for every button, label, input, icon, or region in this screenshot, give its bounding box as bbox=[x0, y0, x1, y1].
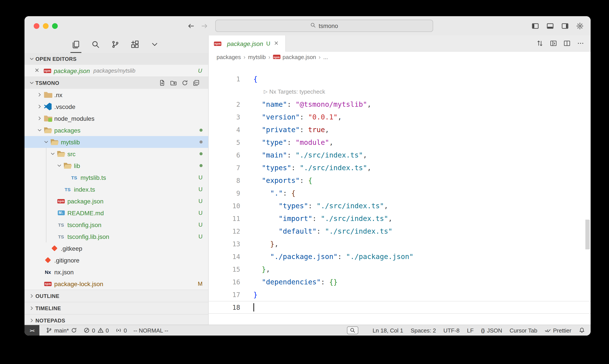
code-line[interactable]: 17} bbox=[209, 288, 591, 301]
indentation-status[interactable]: Spaces: 2 bbox=[411, 327, 436, 334]
tree-item-.vscode[interactable]: .vscode bbox=[25, 101, 208, 112]
panel-right-button[interactable] bbox=[561, 22, 569, 29]
code-text: { bbox=[240, 75, 258, 83]
tree-item-.nx[interactable]: .nx bbox=[25, 89, 208, 101]
tree-item-mytslib[interactable]: mytslib bbox=[25, 136, 208, 148]
code-line[interactable]: 13 }, bbox=[209, 238, 591, 250]
close-editor-icon[interactable] bbox=[34, 67, 41, 74]
formatter-status[interactable]: Prettier bbox=[545, 327, 571, 334]
command-search-box[interactable]: tsmono bbox=[215, 20, 433, 32]
breadcrumb-item[interactable]: npmpackage.json bbox=[273, 53, 316, 60]
code-line[interactable]: 18 bbox=[209, 301, 591, 314]
compare-icon bbox=[536, 40, 543, 47]
tree-item-index.ts[interactable]: TSindex.tsU bbox=[25, 183, 208, 195]
encoding-status[interactable]: UTF-8 bbox=[443, 327, 460, 334]
panel-left-icon bbox=[531, 22, 539, 29]
codelens-line[interactable]: ▷Nx Targets: typecheck bbox=[209, 85, 591, 98]
code-line[interactable]: 9 ".": { bbox=[209, 187, 591, 199]
open-editors-header[interactable]: OPEN EDITORS bbox=[25, 53, 208, 65]
language-status[interactable]: {}JSON bbox=[481, 327, 502, 334]
code-line[interactable]: 11 "import": "./src/index.ts", bbox=[209, 212, 591, 225]
code-line[interactable]: 16 "dependencies": {} bbox=[209, 276, 591, 288]
tree-item-.gitignore[interactable]: .gitignore bbox=[25, 254, 208, 266]
tree-item-package.json[interactable]: npmpackage.jsonU bbox=[25, 195, 208, 207]
tree-item-node_modules[interactable]: node_modules bbox=[25, 112, 208, 124]
close-window-button[interactable] bbox=[34, 23, 39, 29]
tree-item-mytslib.ts[interactable]: TSmytslib.tsU bbox=[25, 171, 208, 183]
explorer-header[interactable]: TSMONO bbox=[25, 77, 208, 89]
search-icon bbox=[91, 40, 100, 48]
eol-status[interactable]: LF bbox=[467, 327, 474, 334]
changes-dot-badge bbox=[199, 141, 203, 143]
code-line[interactable]: 1{ bbox=[209, 73, 591, 85]
activity-search-button[interactable] bbox=[91, 40, 100, 48]
breadcrumb-item[interactable]: packages bbox=[217, 53, 241, 60]
code-line[interactable]: 12 "default": "./src/index.ts" bbox=[209, 225, 591, 238]
code-line[interactable]: 4 "private": true, bbox=[209, 123, 591, 136]
tree-item-lib[interactable]: lib bbox=[25, 160, 208, 171]
code-line[interactable]: 6 "main": "./src/index.ts", bbox=[209, 149, 591, 161]
tree-item-nx.json[interactable]: Nxnx.json bbox=[25, 266, 208, 278]
remote-indicator[interactable]: >< bbox=[25, 325, 39, 336]
panel-notepads[interactable]: NOTEPADS bbox=[25, 314, 208, 325]
cursor-tab-status[interactable]: Cursor Tab bbox=[510, 327, 537, 334]
code-text: "exports": { bbox=[240, 176, 312, 185]
tree-item-README.md[interactable]: M↓README.mdU bbox=[25, 207, 208, 219]
sidebar: OPEN EDITORS npm package.json packages/m… bbox=[25, 35, 209, 325]
code-line[interactable]: 2 "name": "@tsmono/mytslib", bbox=[209, 98, 591, 111]
tree-item-packages[interactable]: packages bbox=[25, 124, 208, 136]
cursor-position-status[interactable]: Ln 18, Col 1 bbox=[373, 327, 403, 334]
tab-package-json[interactable]: npm package.json U bbox=[209, 35, 286, 52]
panel-timeline[interactable]: TIMELINE bbox=[25, 302, 208, 314]
open-editor-item[interactable]: npm package.json packages/mytslib U bbox=[25, 65, 208, 77]
tree-item-tsconfig.json[interactable]: TStsconfig.jsonU bbox=[25, 219, 208, 231]
problems-status[interactable]: 00 bbox=[84, 327, 109, 334]
panel-left-button[interactable] bbox=[531, 22, 539, 29]
notifications-bell[interactable] bbox=[579, 327, 585, 333]
tree-item-src[interactable]: src bbox=[25, 148, 208, 160]
compare-button[interactable] bbox=[536, 40, 543, 47]
gear-button[interactable] bbox=[576, 22, 584, 29]
code-line[interactable]: 8 "exports": { bbox=[209, 174, 591, 187]
new-file-button[interactable] bbox=[159, 80, 165, 86]
more-button[interactable] bbox=[577, 40, 584, 47]
refresh-button[interactable] bbox=[181, 80, 188, 86]
branch-status[interactable]: main* bbox=[46, 327, 77, 334]
chevron-down-icon bbox=[56, 163, 63, 169]
tree-item-.gitkeep[interactable]: .gitkeep bbox=[25, 242, 208, 254]
zoom-window-button[interactable] bbox=[52, 23, 58, 29]
open-preview-button[interactable] bbox=[550, 40, 557, 47]
breadcrumb-item[interactable]: mytslib bbox=[248, 53, 266, 60]
activity-chevron-down-button[interactable] bbox=[151, 40, 159, 48]
code-line[interactable]: 10 "types": "./src/index.ts", bbox=[209, 199, 591, 212]
breadcrumb-item[interactable]: ... bbox=[323, 53, 328, 60]
code-line[interactable]: 5 "type": "module", bbox=[209, 136, 591, 149]
editor-scrollbar[interactable] bbox=[585, 220, 590, 249]
split-editor-button[interactable] bbox=[563, 40, 570, 47]
tree-item-package-lock.json[interactable]: npmpackage-lock.jsonM bbox=[25, 278, 208, 290]
collapse-all-button[interactable] bbox=[193, 80, 199, 86]
activity-extensions-button[interactable] bbox=[131, 40, 139, 48]
code-line[interactable]: 15 }, bbox=[209, 263, 591, 276]
codelens-run-icon[interactable]: ▷ bbox=[264, 89, 268, 94]
back-arrow-icon[interactable] bbox=[187, 22, 195, 29]
code-line[interactable]: 7 "types": "./src/index.ts", bbox=[209, 161, 591, 174]
code-editor[interactable]: 1{▷Nx Targets: typecheck2 "name": "@tsmo… bbox=[209, 62, 591, 325]
panel-outline[interactable]: OUTLINE bbox=[25, 290, 208, 302]
code-line[interactable]: 14 "./package.json": "./package.json" bbox=[209, 250, 591, 263]
activity-source-control-button[interactable] bbox=[111, 40, 119, 48]
zoom-status[interactable] bbox=[347, 326, 358, 334]
vim-mode-status[interactable]: -- NORMAL -- bbox=[133, 327, 168, 334]
forward-arrow-icon[interactable] bbox=[201, 22, 208, 29]
close-tab-icon[interactable] bbox=[273, 40, 280, 47]
minimize-window-button[interactable] bbox=[43, 23, 49, 29]
search-text: tsmono bbox=[319, 23, 338, 29]
tree-item-tsconfig.lib.json[interactable]: TStsconfig.lib.jsonU bbox=[25, 231, 208, 242]
ports-status[interactable]: 0 bbox=[116, 327, 127, 334]
check-icon bbox=[545, 327, 551, 333]
code-line[interactable]: 3 "version": "0.0.1", bbox=[209, 111, 591, 123]
panel-bottom-button[interactable] bbox=[546, 22, 554, 29]
refresh-icon bbox=[181, 80, 188, 86]
activity-files-button[interactable] bbox=[72, 40, 80, 48]
new-folder-button[interactable] bbox=[170, 80, 177, 86]
